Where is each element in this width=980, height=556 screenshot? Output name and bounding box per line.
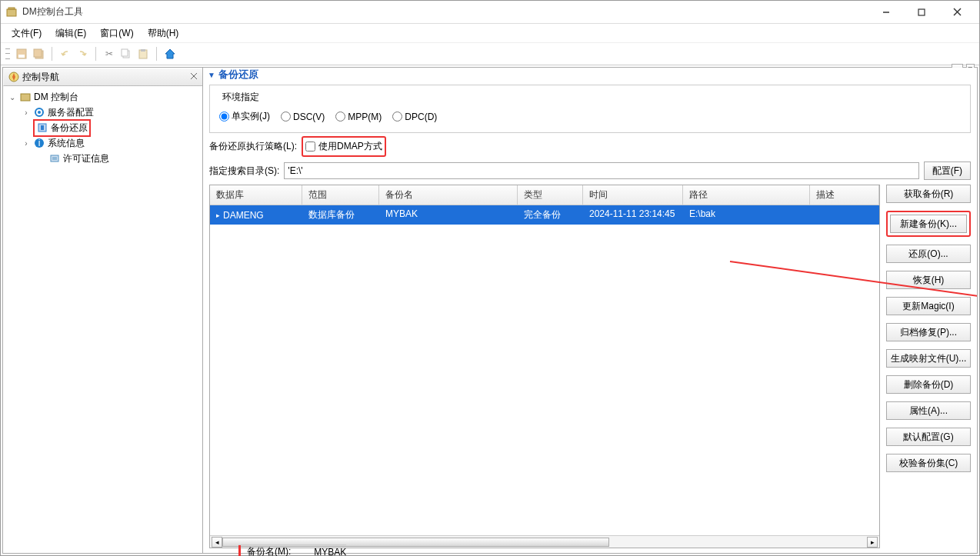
svg-rect-9 — [34, 49, 42, 57]
svg-rect-1 — [8, 8, 15, 9]
radio-single[interactable]: 单实例(J) — [219, 110, 270, 123]
title-bar: DM控制台工具 — [1, 1, 979, 24]
update-magic-button[interactable]: 更新Magic(I) — [886, 297, 971, 315]
search-dir-input[interactable] — [284, 162, 918, 179]
attributes-button[interactable]: 属性(A)... — [886, 401, 971, 420]
close-icon[interactable] — [190, 72, 198, 82]
console-icon — [19, 91, 32, 103]
svg-rect-11 — [122, 49, 128, 56]
tree-server-config[interactable]: › 服务器配置 — [6, 105, 199, 120]
svg-rect-7 — [18, 55, 25, 58]
policy-row: 备份还原执行策略(L): 使用DMAP方式 — [209, 136, 971, 157]
col-path[interactable]: 路径 — [683, 185, 810, 205]
col-database[interactable]: 数据库 — [210, 185, 302, 205]
arch-fix-button[interactable]: 归档修复(P)... — [886, 323, 971, 341]
scroll-right-icon[interactable]: ▸ — [867, 537, 878, 548]
tree-root[interactable]: ⌄ DM 控制台 — [6, 89, 199, 105]
recover-button[interactable]: 恢复(H) — [886, 271, 971, 289]
home-icon[interactable] — [163, 47, 177, 61]
get-backup-button[interactable]: 获取备份(R) — [886, 185, 971, 203]
nav-tree: ⌄ DM 控制台 › 服务器配置 备份还原 › — [3, 86, 202, 169]
search-dir-row: 指定搜索目录(S): 配置(F) — [209, 161, 971, 180]
copy-icon[interactable] — [119, 47, 133, 61]
default-config-button[interactable]: 默认配置(G) — [886, 428, 971, 446]
close-button[interactable] — [939, 2, 975, 23]
menu-file[interactable]: 文件(F) — [7, 25, 46, 42]
col-name[interactable]: 备份名 — [379, 185, 518, 205]
config-button[interactable]: 配置(F) — [924, 161, 971, 180]
radio-mpp[interactable]: MPP(M) — [335, 112, 382, 122]
menu-bar: 文件(F) 编辑(E) 窗口(W) 帮助(H) — [1, 24, 979, 42]
below-fragment: 备份名(M): MYBAK — [238, 544, 346, 556]
redo-icon[interactable] — [75, 47, 89, 61]
license-icon — [48, 152, 61, 165]
col-scope[interactable]: 范围 — [302, 185, 379, 205]
chevron-right-icon[interactable]: ▸ — [216, 211, 220, 219]
tree-sys-info[interactable]: › i 系统信息 — [6, 135, 199, 151]
svg-rect-13 — [141, 49, 145, 52]
radio-dsc[interactable]: DSC(V) — [281, 112, 325, 122]
paste-icon[interactable] — [136, 47, 150, 61]
gen-map-button[interactable]: 生成映射文件(U)... — [886, 349, 971, 368]
nav-panel: 控制导航 ⌄ DM 控制台 › 服务器配置 — [3, 68, 203, 553]
undo-icon[interactable] — [58, 47, 72, 61]
col-desc[interactable]: 描述 — [810, 185, 879, 205]
cut-icon[interactable]: ✂ — [102, 47, 116, 61]
main-panel: ▼ 备份还原 环境指定 单实例(J) DSC(V) MPP(M) DPC(D) … — [203, 68, 977, 553]
env-radios: 单实例(J) DSC(V) MPP(M) DPC(D) — [219, 110, 961, 123]
grid-header: 数据库 范围 备份名 类型 时间 路径 描述 — [210, 185, 879, 205]
col-time[interactable]: 时间 — [583, 185, 683, 205]
delete-backup-button[interactable]: 删除备份(D) — [886, 375, 971, 394]
svg-text:i: i — [38, 138, 41, 148]
svg-rect-17 — [21, 94, 30, 101]
tree-backup-restore[interactable]: 备份还原 — [6, 120, 199, 135]
minimize-button[interactable] — [868, 2, 904, 23]
table-row[interactable]: ▸ DAMENG 数据库备份 MYBAK 完全备份 2024-11-11 23:… — [210, 205, 879, 225]
collapse-icon[interactable]: ▼ — [208, 71, 215, 79]
action-buttons: 获取备份(R) 新建备份(K)... 还原(O)... 恢复(H) 更新Magi… — [886, 185, 971, 548]
gear-icon — [33, 106, 45, 118]
expand-icon[interactable]: › — [22, 108, 31, 117]
restore-button[interactable]: 还原(O)... — [886, 245, 971, 263]
col-type[interactable]: 类型 — [518, 185, 583, 205]
env-fieldset: 环境指定 单实例(J) DSC(V) MPP(M) DPC(D) — [209, 85, 971, 133]
window-title: DM控制台工具 — [22, 5, 868, 18]
backup-icon — [36, 122, 48, 134]
expand-icon[interactable]: › — [22, 139, 31, 148]
app-window: DM控制台工具 文件(F) 编辑(E) 窗口(W) 帮助(H) ✂ — □ — [0, 0, 980, 556]
svg-point-19 — [38, 111, 41, 114]
radio-dpc[interactable]: DPC(D) — [392, 112, 437, 122]
svg-rect-23 — [51, 155, 58, 161]
save-all-icon[interactable] — [32, 47, 45, 61]
menu-window[interactable]: 窗口(W) — [95, 25, 138, 42]
content-area: 控制导航 ⌄ DM 控制台 › 服务器配置 — [2, 67, 978, 554]
tool-bar: ✂ — [1, 42, 979, 65]
expand-icon[interactable]: ⌄ — [8, 93, 17, 102]
compass-icon — [8, 72, 19, 82]
scroll-left-icon[interactable]: ◂ — [212, 537, 222, 548]
backup-grid: 数据库 范围 备份名 类型 时间 路径 描述 ▸ DAMENG — [209, 185, 880, 548]
svg-rect-3 — [918, 9, 925, 15]
app-icon — [5, 6, 18, 18]
menu-edit[interactable]: 编辑(E) — [51, 25, 91, 42]
verify-backup-button[interactable]: 校验备份集(C) — [886, 454, 971, 472]
dmap-checkbox[interactable]: 使用DMAP方式 — [305, 140, 382, 153]
maximize-button[interactable] — [904, 2, 939, 23]
nav-tab[interactable]: 控制导航 — [3, 68, 202, 86]
save-icon[interactable] — [15, 47, 28, 61]
menu-help[interactable]: 帮助(H) — [143, 25, 184, 42]
svg-rect-0 — [7, 9, 16, 16]
section-header[interactable]: ▼ 备份还原 — [203, 68, 977, 82]
new-backup-button[interactable]: 新建备份(K)... — [890, 215, 967, 233]
tree-license[interactable]: 许可证信息 — [6, 151, 199, 166]
info-icon: i — [33, 137, 45, 149]
